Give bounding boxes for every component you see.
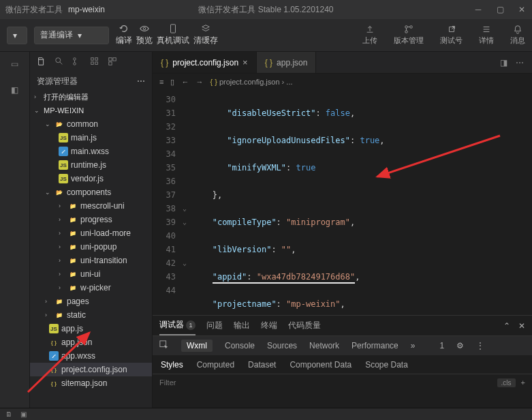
scope-data-tab[interactable]: Scope Data xyxy=(365,360,408,370)
folder-common[interactable]: ⌄📂common xyxy=(30,117,152,131)
code-content[interactable]: "disableUseStrict": false, "ignoreUpload… xyxy=(193,90,532,315)
devtools-settings-icon[interactable]: ⚙ xyxy=(456,341,464,350)
test-id-button[interactable]: 测试号 xyxy=(440,25,463,46)
activity-bar: ▭ ◧ xyxy=(0,52,30,408)
project-root[interactable]: ⌄MP-WEIXIN xyxy=(30,104,152,117)
fold-icon[interactable]: ⌄ xyxy=(183,202,193,215)
svg-point-0 xyxy=(143,27,146,30)
view-mode-dropdown[interactable]: ▾ xyxy=(7,27,27,44)
svg-rect-10 xyxy=(91,61,94,64)
tab-app-json[interactable]: { } app.json xyxy=(257,52,317,73)
folder-components[interactable]: ⌄📂components xyxy=(30,185,152,199)
output-tab[interactable]: 输出 xyxy=(234,320,250,331)
more-actions-icon[interactable]: ⋯ xyxy=(516,58,524,68)
status-terminal-icon[interactable]: ▣ xyxy=(20,410,27,418)
chevron-up-icon[interactable]: ⌃ xyxy=(503,321,510,331)
menu-icon[interactable]: ≡ xyxy=(159,78,163,86)
file-app-wxss[interactable]: ⟋app.wxss xyxy=(30,349,152,363)
tab-project-config[interactable]: { } project.config.json × xyxy=(153,52,257,73)
files-icon[interactable] xyxy=(37,57,46,68)
add-style-icon[interactable]: + xyxy=(521,378,525,387)
scm-icon[interactable] xyxy=(72,57,82,68)
file-vendor-js[interactable]: JSvendor.js xyxy=(30,172,152,185)
maximize-button[interactable]: ▢ xyxy=(495,5,505,14)
preview-button[interactable]: 预览 xyxy=(136,24,153,46)
svg-rect-12 xyxy=(109,57,112,60)
extensions-icon[interactable] xyxy=(108,57,117,68)
folder-w-picker[interactable]: ›📁w-picker xyxy=(30,281,152,295)
titlebar: 微信开发者工具 mp-weixin 微信开发者工具 Stable 1.05.22… xyxy=(0,0,532,19)
code-quality-tab[interactable]: 代码质量 xyxy=(288,320,321,331)
compile-button[interactable]: 编译 xyxy=(116,24,132,46)
file-app-js[interactable]: JSapp.js xyxy=(30,322,152,335)
breadcrumb-path[interactable]: { } project.config.json › ... xyxy=(210,78,292,86)
network-subtab[interactable]: Network xyxy=(309,341,339,350)
svg-rect-9 xyxy=(95,57,98,60)
folder-mescroll-uni[interactable]: ›📁mescroll-uni xyxy=(30,199,152,213)
debugger-tab[interactable]: 调试器1 xyxy=(159,316,195,335)
folder-uni-ui[interactable]: ›📁uni-ui xyxy=(30,267,152,281)
file-main-js[interactable]: JSmain.js xyxy=(30,131,152,145)
fold-icon[interactable]: ⌄ xyxy=(183,215,193,229)
grid-icon[interactable] xyxy=(90,57,99,68)
cls-toggle[interactable]: .cls xyxy=(497,378,516,387)
more-icon[interactable]: ⋯ xyxy=(137,76,145,86)
file-runtime-js[interactable]: JSruntime.js xyxy=(30,158,152,172)
go-forward-icon[interactable]: → xyxy=(195,78,203,86)
component-data-tab[interactable]: Component Data xyxy=(290,360,351,370)
folder-pages[interactable]: ›📁pages xyxy=(30,295,152,308)
terminal-tab[interactable]: 终端 xyxy=(261,320,277,331)
simulator-view-icon[interactable]: ▭ xyxy=(8,57,22,71)
folder-uni-transition[interactable]: ›📁uni-transition xyxy=(30,254,152,267)
opened-editors-section[interactable]: ›打开的编辑器 xyxy=(30,90,152,104)
remote-debug-button[interactable]: 真机调试 xyxy=(157,24,189,46)
go-back-icon[interactable]: ← xyxy=(181,78,189,86)
split-horizontal-icon[interactable]: ◨ xyxy=(500,58,507,68)
folder-uni-load-more[interactable]: ›📁uni-load-more xyxy=(30,226,152,240)
explorer-title: 资源管理器 xyxy=(37,76,78,87)
inspect-icon[interactable] xyxy=(159,340,169,352)
file-sitemap[interactable]: { }sitemap.json xyxy=(30,376,152,390)
dataset-tab[interactable]: Dataset xyxy=(248,360,276,370)
bookmark-icon[interactable]: ▯ xyxy=(170,78,174,87)
styles-tab[interactable]: Styles xyxy=(161,360,183,370)
devtools-kebab-icon[interactable]: ⋮ xyxy=(476,341,484,350)
editor-area: { } project.config.json × { } app.json ◨… xyxy=(153,52,532,408)
file-main-wxss[interactable]: ⟋main.wxss xyxy=(30,145,152,158)
filter-input[interactable] xyxy=(159,378,497,387)
devtools-subtabs: Wxml Console Sources Network Performance… xyxy=(153,336,532,355)
close-button[interactable]: ✕ xyxy=(517,5,527,14)
file-project-config[interactable]: { }project.config.json xyxy=(30,363,152,376)
styles-tabs: Styles Computed Dataset Component Data S… xyxy=(153,355,532,374)
error-count-badge[interactable]: 1 xyxy=(439,341,444,350)
clear-cache-button[interactable]: 清缓存 xyxy=(193,24,218,46)
devtools-close-icon[interactable]: ✕ xyxy=(518,321,525,331)
status-files-icon[interactable]: 🗎 xyxy=(5,410,12,418)
minimize-button[interactable]: ─ xyxy=(473,5,483,14)
problems-tab[interactable]: 问题 xyxy=(206,320,223,331)
close-tab-icon[interactable]: × xyxy=(242,57,248,68)
folder-static[interactable]: ›📁static xyxy=(30,308,152,322)
wxml-subtab[interactable]: Wxml xyxy=(181,340,213,352)
fold-icon[interactable]: ⌄ xyxy=(183,256,193,270)
code-editor[interactable]: 303132333435363738394041424344 ⌄⌄⌄ "disa… xyxy=(153,90,532,315)
file-app-json[interactable]: { }app.json xyxy=(30,335,152,349)
project-name: mp-weixin xyxy=(68,5,105,14)
compile-mode-dropdown[interactable]: 普通编译 ▾ xyxy=(34,27,109,44)
svg-point-3 xyxy=(405,31,408,33)
editor-view-icon[interactable]: ◧ xyxy=(8,83,22,97)
upload-button[interactable]: 上传 xyxy=(362,25,377,46)
version-mgmt-button[interactable]: 版本管理 xyxy=(394,25,424,46)
computed-tab[interactable]: Computed xyxy=(197,360,234,370)
performance-subtab[interactable]: Performance xyxy=(351,341,398,350)
search-icon[interactable] xyxy=(54,57,64,68)
folder-uni-popup[interactable]: ›📁uni-popup xyxy=(30,240,152,254)
devtools-tabs: 调试器1 问题 输出 终端 代码质量 ⌃ ✕ xyxy=(153,316,532,336)
messages-button[interactable]: 消息 xyxy=(510,25,525,46)
console-subtab[interactable]: Console xyxy=(225,341,255,350)
more-subtabs[interactable]: » xyxy=(411,341,416,350)
folder-progress[interactable]: ›📁progress xyxy=(30,213,152,226)
svg-point-5 xyxy=(56,57,61,62)
details-button[interactable]: 详情 xyxy=(479,25,494,46)
sources-subtab[interactable]: Sources xyxy=(267,341,297,350)
